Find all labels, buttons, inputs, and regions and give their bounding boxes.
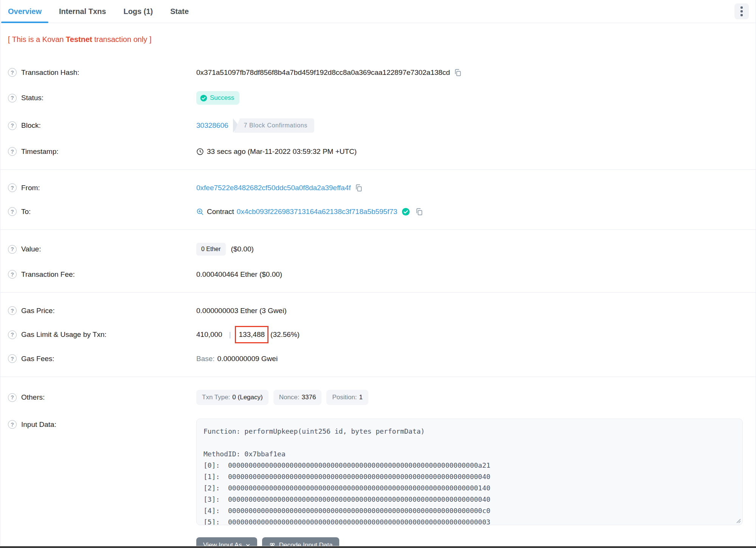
notice-prefix: [ This is a Kovan — [8, 35, 66, 43]
testnet-notice: [ This is a Kovan Testnet transaction on… — [0, 23, 756, 60]
bottom-edge-bar — [0, 546, 756, 548]
status-badge: Success — [196, 91, 239, 105]
nonce-key: Nonce: — [279, 394, 300, 401]
timestamp-label: Timestamp: — [21, 147, 59, 156]
help-icon[interactable]: ? — [8, 68, 17, 77]
group-addresses: ? From: 0xfee7522e8482682cf50ddc50a0f8da… — [0, 176, 756, 223]
help-icon[interactable]: ? — [8, 147, 17, 156]
decode-icon — [269, 542, 276, 546]
decode-input-data-label: Decode Input Data — [279, 541, 333, 546]
row-others: ? Others: Txn Type: 0 (Legacy) Nonce: 33… — [0, 383, 756, 412]
from-label: From: — [21, 184, 40, 192]
tab-internal-txns-label: Internal Txns — [59, 7, 106, 16]
txn-type-value: 0 (Legacy) — [232, 394, 262, 401]
copy-from-button[interactable] — [355, 184, 362, 192]
gas-price-label: Gas Price: — [21, 307, 55, 315]
block-confirmations-badge: 7 Block Confirmations — [233, 118, 314, 133]
verified-check-icon — [402, 208, 410, 216]
to-contract-word: Contract — [207, 208, 234, 216]
gas-separator: | — [229, 331, 231, 339]
nonce-value: 3376 — [302, 394, 316, 401]
decode-input-data-button[interactable]: Decode Input Data — [262, 537, 340, 546]
position-key: Position: — [332, 394, 357, 401]
more-options-button[interactable] — [734, 3, 749, 19]
row-gas-fees: ? Gas Fees: Base: 0.000000009 Gwei — [0, 347, 756, 371]
help-icon[interactable]: ? — [8, 306, 17, 315]
transaction-hash-value: 0x371a51097fb78df856f8b4a7bd459f192d8cc8… — [196, 68, 450, 77]
divider — [0, 292, 756, 293]
gas-base-label: Base: — [196, 355, 215, 363]
copy-to-button[interactable] — [415, 208, 423, 216]
tab-bar: Overview Internal Txns Logs (1) State — [0, 0, 756, 23]
tab-internal-txns[interactable]: Internal Txns — [59, 0, 106, 23]
status-text: Success — [210, 94, 234, 102]
help-icon[interactable]: ? — [8, 121, 17, 130]
input-data-line — [203, 437, 742, 448]
input-data-line: [1]: 00000000000000000000000000000000000… — [203, 471, 742, 482]
input-data-line: [0]: 00000000000000000000000000000000000… — [203, 460, 742, 471]
input-data-line: MethodID: 0x7bbaf1ea — [203, 448, 742, 460]
copy-icon — [454, 69, 461, 76]
tab-overview-label: Overview — [8, 7, 42, 16]
help-icon[interactable]: ? — [8, 94, 17, 102]
nonce-badge: Nonce: 3376 — [273, 390, 322, 405]
notice-bold: Testnet — [66, 35, 92, 43]
transaction-fee-label: Transaction Fee: — [21, 270, 75, 279]
input-data-line: Function: performUpkeep(uint256 id, byte… — [203, 426, 742, 437]
divider — [0, 230, 756, 230]
tab-state-label: State — [170, 7, 189, 16]
tab-overview[interactable]: Overview — [8, 0, 42, 23]
position-badge: Position: 1 — [326, 390, 368, 405]
clock-icon — [196, 148, 204, 155]
row-from: ? From: 0xfee7522e8482682cf50ddc50a0f8da… — [0, 176, 756, 200]
input-data-line: [4]: 00000000000000000000000000000000000… — [203, 505, 742, 516]
gas-price-value: 0.000000003 Ether (3 Gwei) — [196, 307, 287, 315]
position-value: 1 — [359, 394, 363, 401]
txn-type-key: Txn Type: — [202, 394, 230, 401]
divider — [0, 169, 756, 170]
timestamp-value: 33 secs ago (Mar-11-2022 03:59:32 PM +UT… — [207, 147, 357, 156]
row-timestamp: ? Timestamp: 33 secs ago (Mar-11-2022 03… — [0, 140, 756, 163]
help-icon[interactable]: ? — [8, 393, 17, 402]
input-data-label: Input Data: — [21, 420, 56, 429]
help-icon[interactable]: ? — [8, 183, 17, 192]
view-input-as-button[interactable]: View Input As — [196, 537, 257, 546]
block-number-link[interactable]: 30328606 — [196, 121, 228, 130]
row-transaction-hash: ? Transaction Hash: 0x371a51097fb78df856… — [0, 60, 756, 84]
notice-suffix: transaction only ] — [92, 35, 152, 43]
copy-hash-button[interactable] — [454, 69, 461, 76]
help-icon[interactable]: ? — [8, 270, 17, 279]
others-label: Others: — [21, 393, 45, 402]
input-data-actions: View Input As Decode Input Data — [196, 537, 756, 546]
help-icon[interactable]: ? — [8, 207, 17, 216]
gas-used-highlight-box: 133,488 — [235, 326, 269, 343]
gas-base-value: 0.000000009 Gwei — [217, 355, 278, 363]
transaction-hash-label: Transaction Hash: — [21, 68, 79, 77]
help-icon[interactable]: ? — [8, 245, 17, 254]
copy-icon — [415, 208, 423, 216]
ether-value-badge: 0 Ether — [196, 243, 226, 256]
gas-limit-label: Gas Limit & Usage by Txn: — [21, 330, 107, 339]
chevron-down-icon — [245, 543, 250, 546]
group-value: ? Value: 0 Ether ($0.00) ? Transaction F… — [0, 236, 756, 286]
row-gas-limit-usage: ? Gas Limit & Usage by Txn: 410,000 | 13… — [0, 323, 756, 347]
help-icon[interactable]: ? — [8, 354, 17, 363]
resize-grip-icon[interactable] — [736, 518, 741, 523]
zoom-in-icon[interactable] — [196, 208, 204, 216]
gas-fees-label: Gas Fees: — [21, 355, 54, 363]
tab-state[interactable]: State — [170, 0, 189, 23]
txn-type-badge: Txn Type: 0 (Legacy) — [196, 390, 269, 405]
from-address-link[interactable]: 0xfee7522e8482682cf50ddc50a0f8da2a39effa… — [196, 184, 351, 192]
input-data-line: [5]: 00000000000000000000000000000000000… — [203, 516, 742, 525]
transaction-fee-value: 0.000400464 Ether ($0.00) — [196, 270, 282, 279]
status-label: Status: — [21, 94, 43, 102]
to-address-link[interactable]: 0x4cb093f226983713164a62138c3f718a5b595f… — [237, 208, 397, 216]
value-label: Value: — [21, 245, 41, 253]
help-icon[interactable]: ? — [8, 330, 17, 339]
input-data-box[interactable]: Function: performUpkeep(uint256 id, byte… — [196, 419, 743, 525]
help-icon[interactable]: ? — [8, 420, 17, 429]
transaction-card: Overview Internal Txns Logs (1) State [ … — [0, 0, 756, 546]
row-gas-price: ? Gas Price: 0.000000003 Ether (3 Gwei) — [0, 299, 756, 323]
tab-logs[interactable]: Logs (1) — [123, 0, 153, 23]
kebab-icon — [740, 6, 743, 9]
